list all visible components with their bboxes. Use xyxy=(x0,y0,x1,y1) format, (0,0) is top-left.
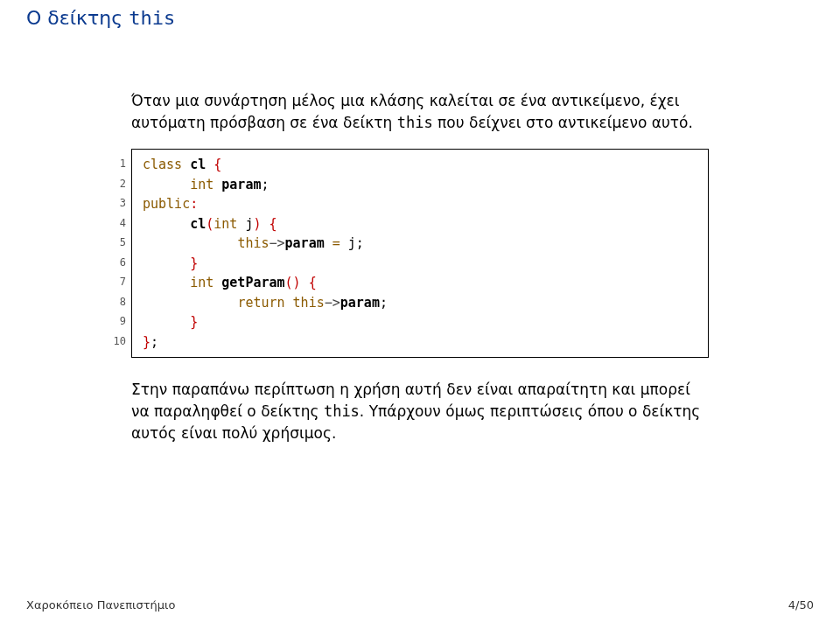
code-line: return this−>param; xyxy=(143,295,388,311)
slide-title: Ο δείκτης this xyxy=(26,7,814,29)
code-line: } xyxy=(143,255,198,271)
lineno: 9 xyxy=(102,311,126,332)
lineno: 8 xyxy=(102,292,126,312)
code-line: int getParam() { xyxy=(143,275,317,290)
lineno: 2 xyxy=(102,174,126,194)
slide-footer: Χαροκόπειο Πανεπιστήμιο 4/50 xyxy=(26,598,814,612)
outro-paragraph: Στην παραπάνω περίπτωση η χρήση αυτή δεν… xyxy=(131,379,709,444)
code-line: int param; xyxy=(143,177,270,192)
code-block: 1 2 3 4 5 6 7 8 9 10 class cl { int para… xyxy=(131,149,709,358)
code-box: class cl { int param; public: cl(int j) … xyxy=(131,149,709,358)
lineno: 6 xyxy=(102,253,126,273)
footer-left: Χαροκόπειο Πανεπιστήμιο xyxy=(26,598,175,612)
code-line: this−>param = j; xyxy=(143,235,364,251)
title-keyword: this xyxy=(129,7,175,29)
intro-paragraph: Όταν μια συνάρτηση μέλος μια κλάσης καλε… xyxy=(131,90,709,133)
para1-text2: που δείχνει στο αντικείμενο αυτό. xyxy=(433,114,693,131)
code-line: }; xyxy=(143,334,158,350)
lineno: 5 xyxy=(102,233,126,253)
title-prefix: Ο δείκτης xyxy=(26,7,129,29)
lineno: 1 xyxy=(102,154,126,174)
code-line: } xyxy=(143,314,198,330)
code-line: class cl { xyxy=(143,157,221,172)
footer-right: 4/50 xyxy=(788,598,814,612)
slide-page: Ο δείκτης this Όταν μια συνάρτηση μέλος … xyxy=(0,0,840,622)
code-line: cl(int j) { xyxy=(143,216,277,232)
slide-body: Όταν μια συνάρτηση μέλος μια κλάσης καλε… xyxy=(26,90,814,444)
lineno: 3 xyxy=(102,193,126,213)
code-line: public: xyxy=(143,196,198,212)
lineno: 4 xyxy=(102,213,126,234)
lineno: 7 xyxy=(102,272,126,292)
lineno: 10 xyxy=(102,332,126,352)
line-numbers: 1 2 3 4 5 6 7 8 9 10 xyxy=(102,154,126,351)
para2-kw: this xyxy=(324,402,360,420)
para1-kw: this xyxy=(397,114,433,131)
